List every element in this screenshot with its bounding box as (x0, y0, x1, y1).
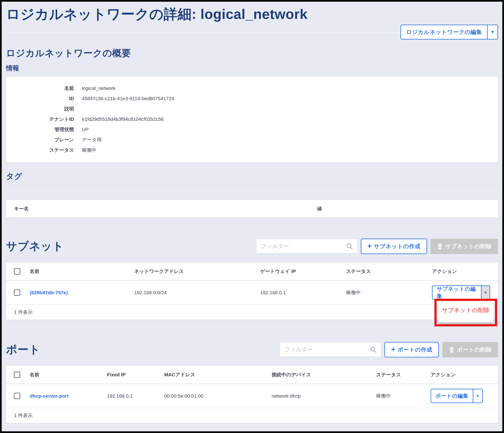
subnets-col-name: 名前 (30, 268, 134, 275)
screenshot-frame: ロジカルネットワークの詳細: logical_network ロジカルネットワー… (0, 0, 504, 433)
info-value: logical_network (82, 85, 498, 91)
info-label: プレーン (6, 137, 74, 143)
port-filter-input[interactable] (280, 343, 381, 357)
subnets-table-footer: 1 件表示 (6, 305, 498, 320)
info-value: e1fd29d5516d4b3f94c8104cf02b2c56 (82, 116, 498, 122)
ports-col-fixed-ip: Fixed IP (107, 372, 164, 378)
tags-column-value: 値 (317, 205, 322, 212)
header-actions-row: ロジカルネットワークの編集 ▼ (6, 25, 498, 40)
port-mac-address: 00:00:5e:00:01:00 (164, 393, 272, 399)
subnets-col-actions: アクション (432, 268, 490, 275)
ports-col-actions: アクション (431, 371, 490, 378)
subnets-controls: + サブネットの作成 サブネットの削除 (256, 239, 498, 254)
info-row: 名前logical_network (6, 83, 498, 93)
delete-port-button[interactable]: ポートの削除 (442, 342, 498, 357)
info-row: テナントIDe1fd29d5516d4b3f94c8104cf02b2c56 (6, 114, 498, 124)
port-fixed-ip: 192.168.0.1 (107, 393, 164, 399)
subnets-col-gateway: ゲートウェイ IP (260, 268, 346, 275)
subnets-table: 名前 ネットワークアドレス ゲートウェイ IP ステータス アクション (829… (6, 263, 498, 320)
port-attached-device: network:dhcp (272, 393, 376, 399)
info-row: 説明 (6, 104, 498, 114)
plus-icon: + (367, 242, 372, 250)
info-label: 管理状態 (6, 126, 74, 133)
subnets-table-header-row: 名前 ネットワークアドレス ゲートウェイ IP ステータス アクション (6, 263, 498, 281)
subnet-actions-dropdown: サブネットの削除 (438, 302, 494, 322)
create-subnet-button[interactable]: + サブネットの作成 (361, 239, 427, 254)
port-status: 稼働中 (376, 393, 431, 399)
trash-icon (437, 243, 443, 250)
caret-glyph: ▼ (476, 394, 480, 398)
ports-table: 名前 Fixed IP MACアドレス 接続中のデバイス ステータス アクション… (6, 366, 498, 423)
info-value: データ用 (82, 137, 498, 143)
port-actions-caret-icon[interactable]: ▼ (473, 389, 482, 403)
info-row: 管理状態UP (6, 124, 498, 135)
overview-heading: ロジカルネットワークの概要 (6, 47, 498, 59)
search-icon (346, 242, 353, 250)
plus-icon: + (391, 345, 396, 353)
ports-col-name: 名前 (30, 371, 107, 378)
edit-subnet-button[interactable]: サブネットの編集 ▼ (432, 285, 490, 300)
subnets-col-network: ネットワークアドレス (134, 268, 260, 275)
ports-col-device: 接続中のデバイス (272, 371, 376, 378)
subnets-section-header: サブネット + サブネットの作成 サブネットの削除 (6, 239, 498, 254)
info-row: ID45847c36-c21b-41e3-9114-bed807541724 (6, 93, 498, 104)
port-filter-box (280, 342, 381, 357)
create-subnet-button-label: サブネットの作成 (374, 242, 420, 250)
divider (6, 190, 498, 190)
info-label: テナントID (6, 116, 74, 123)
tags-heading: タグ (6, 171, 498, 182)
caret-glyph: ▼ (490, 30, 495, 35)
edit-subnet-button-label[interactable]: サブネットの編集 (432, 286, 481, 299)
edit-port-button-label[interactable]: ポートの編集 (431, 389, 473, 403)
subnets-col-status: ステータス (346, 268, 432, 275)
page-title: ロジカルネットワークの詳細: logical_network (6, 5, 498, 24)
ports-section-header: ポート + ポートの作成 ポートの削除 (6, 342, 498, 357)
info-value: UP (82, 127, 498, 132)
ports-table-header-row: 名前 Fixed IP MACアドレス 接続中のデバイス ステータス アクション (6, 366, 498, 384)
subnet-network-address: 192.168.0.0/24 (134, 290, 260, 295)
edit-logical-network-button-label[interactable]: ロジカルネットワークの編集 (401, 25, 487, 39)
info-label: 説明 (6, 106, 74, 112)
subnet-filter-box (256, 239, 357, 254)
subnet-table-row: (829b47db-757e) 192.168.0.0/24 192.168.0… (6, 281, 498, 305)
subnet-name-link[interactable]: (829b47db-757e) (30, 290, 68, 295)
ports-col-mac: MACアドレス (164, 371, 272, 378)
subnet-row-checkbox[interactable] (14, 289, 20, 296)
tags-column-key: キー名 (6, 205, 29, 212)
edit-port-button[interactable]: ポートの編集 ▼ (431, 389, 483, 403)
search-icon (369, 346, 377, 353)
ports-controls: + ポートの作成 ポートの削除 (280, 342, 498, 357)
chevron-down-icon[interactable]: ▼ (487, 25, 497, 39)
info-panel: 名前logical_network ID45847c36-c21b-41e3-9… (6, 77, 498, 162)
create-port-button[interactable]: + ポートの作成 (384, 342, 439, 357)
info-heading: 情報 (6, 64, 498, 73)
subnet-filter-input[interactable] (257, 239, 357, 253)
subnets-heading: サブネット (6, 239, 64, 254)
create-port-button-label: ポートの作成 (398, 346, 432, 353)
select-all-ports-checkbox[interactable] (14, 371, 20, 378)
select-all-subnets-checkbox[interactable] (14, 268, 20, 274)
delete-port-button-label: ポートの削除 (457, 346, 492, 353)
info-label: ステータス (6, 147, 74, 153)
port-table-row: dhcp-server-port 192.168.0.1 00:00:5e:00… (6, 384, 498, 408)
info-value: 45847c36-c21b-41e3-9114-bed807541724 (82, 96, 498, 101)
delete-subnet-menu-item[interactable]: サブネットの削除 (442, 307, 490, 313)
delete-subnet-button[interactable]: サブネットの削除 (431, 239, 498, 254)
info-label: ID (6, 96, 74, 101)
port-name-link[interactable]: dhcp-server-port (30, 393, 69, 399)
subnet-status: 稼働中 (346, 289, 432, 296)
port-row-checkbox[interactable] (14, 393, 20, 399)
delete-subnet-button-label: サブネットの削除 (445, 242, 492, 250)
info-value: 稼働中 (82, 147, 498, 153)
logical-network-detail-page: ロジカルネットワークの詳細: logical_network ロジカルネットワー… (2, 2, 502, 431)
ports-table-footer: 1 件表示 (6, 408, 498, 423)
ports-heading: ポート (6, 342, 41, 357)
info-row: プレーンデータ用 (6, 135, 498, 145)
edit-logical-network-button[interactable]: ロジカルネットワークの編集 ▼ (400, 25, 498, 39)
ports-col-status: ステータス (376, 371, 431, 378)
annotation-highlight: サブネットの削除 (434, 299, 497, 326)
tags-table-header: キー名 値 (6, 200, 498, 217)
subnet-actions-caret-icon[interactable]: ▼ (481, 286, 490, 299)
info-row: ステータス稼働中 (6, 145, 498, 155)
info-label: 名前 (6, 85, 74, 92)
